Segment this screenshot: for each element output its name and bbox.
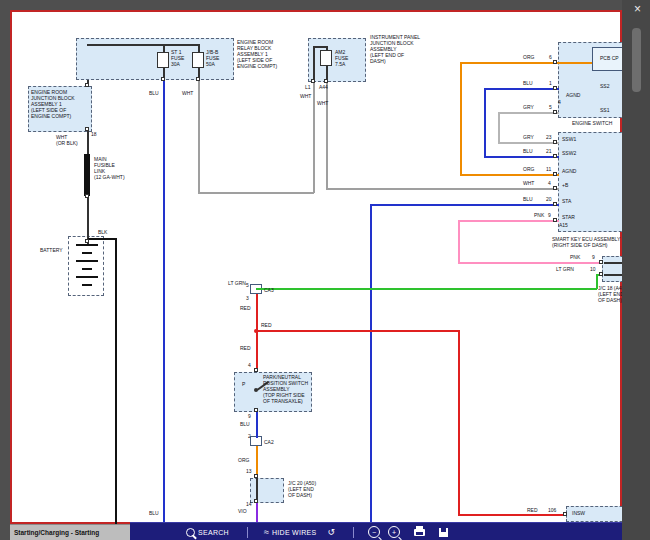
- diagram-label: BLU: [149, 510, 159, 516]
- org-pcbcp-horizontal: [460, 62, 592, 64]
- terminal-pin: [553, 60, 557, 64]
- diagram-label: RED: [240, 345, 251, 351]
- wht-plusb-horizontal: [326, 188, 559, 190]
- tab-starting-charging[interactable]: Starting/Charging - Starting: [10, 524, 130, 540]
- wire-segment: [313, 46, 315, 82]
- diagram-label: STAR: [562, 214, 575, 220]
- diagram-label: 14: [246, 501, 252, 507]
- wires-icon: ≈: [264, 528, 269, 537]
- diagram-label: 21: [546, 148, 552, 154]
- blu-ss2-horizontal: [484, 88, 559, 90]
- battery-plate: [76, 244, 98, 246]
- pnk-vertical: [458, 220, 460, 263]
- jb-output: [87, 130, 89, 154]
- blk-ground-vertical: [115, 238, 117, 524]
- diagram-label: A15: [559, 222, 568, 228]
- terminal-pin: [85, 83, 89, 87]
- diagram-label: ENGINE ROOM RELAY BLOCK ASSEMBLY 1 (LEFT…: [237, 39, 277, 69]
- diagram-label: RED: [240, 305, 251, 311]
- zoom-in-button[interactable]: +: [388, 526, 400, 538]
- link-to-battery: [87, 196, 89, 244]
- diagram-label: 20: [546, 196, 552, 202]
- diagram-label: BLU: [240, 421, 250, 427]
- diagram-label: ORG: [238, 457, 249, 463]
- fuse-symbol: [320, 50, 332, 66]
- diagram-label: BLU: [523, 196, 533, 202]
- diagram-label: MAIN FUSIBLE LINK (12 GA-WHT): [94, 156, 125, 180]
- wire-segment: [313, 46, 327, 48]
- diagram-label: INSTRUMENT PANEL JUNCTION BLOCK ASSEMBLY…: [370, 34, 420, 64]
- zoom-in-icon: +: [392, 529, 396, 536]
- diagram-label: WHT: [182, 90, 193, 96]
- red-right-vertical: [458, 330, 460, 515]
- print-button[interactable]: [414, 529, 425, 536]
- red-ca3-vertical: [256, 294, 258, 372]
- scrollbar-thumb[interactable]: [632, 28, 641, 92]
- diagram-label: INSW: [572, 510, 585, 516]
- terminal-pin: [161, 77, 165, 81]
- gry-ss1-horizontal: [498, 112, 559, 114]
- terminal-pin: [553, 218, 557, 222]
- diagram-label: RED: [261, 322, 272, 328]
- terminal-pin: [85, 127, 89, 131]
- bottom-toolbar: SEARCH ≈ HIDE WIRES ↺ − +: [130, 522, 650, 540]
- wht-horizontal: [198, 192, 314, 194]
- blu-sta-vertical: [370, 204, 372, 522]
- diagram-label: 6: [549, 54, 552, 60]
- wiring-diagram: ENGINE ROOM JUNCTION BLOCK ASSEMBLY 1 (L…: [0, 0, 650, 540]
- relay-block-bus: [87, 44, 199, 46]
- diagram-label: 23: [546, 134, 552, 140]
- diagram-label: WHT: [523, 180, 534, 186]
- diagram-label: 4: [248, 362, 251, 368]
- blu-sta-horizontal: [370, 204, 559, 206]
- diagram-label: BATTERY: [40, 247, 63, 253]
- diagram-label: J/C 20 (A50) (LEFT END OF DASH): [288, 480, 316, 498]
- diagram-label: LT GRN: [556, 266, 574, 272]
- ltgrn-long-horizontal: [256, 288, 597, 290]
- diagram-label: 3: [246, 295, 249, 301]
- blu-pn-vertical: [256, 412, 258, 438]
- gry-vertical: [498, 112, 500, 143]
- pnk-star-horizontal: [458, 220, 559, 222]
- diagram-label: PARK/NEUTRAL POSITION SWITCH ASSEMBLY (T…: [263, 374, 308, 404]
- terminal-pin: [196, 77, 200, 81]
- terminal-pin: [599, 260, 603, 264]
- diagram-label: CA2: [264, 439, 274, 445]
- diagram-label: ENGINE ROOM JUNCTION BLOCK ASSEMBLY 1 (L…: [31, 89, 75, 119]
- diagram-label: 5: [246, 282, 249, 288]
- diagram-label: +B: [562, 182, 568, 188]
- red-mid-horizontal: [256, 330, 459, 332]
- battery-plate: [82, 252, 92, 254]
- diagram-label: WHT: [317, 100, 328, 106]
- org-vertical: [460, 62, 462, 175]
- search-label: SEARCH: [198, 529, 229, 536]
- terminal-pin: [254, 368, 258, 372]
- diagram-label: 10: [590, 266, 596, 272]
- zoom-out-button[interactable]: −: [368, 526, 380, 538]
- diagram-label: 5: [549, 104, 552, 110]
- org-agnd-horizontal: [460, 174, 559, 176]
- close-icon[interactable]: ×: [634, 3, 641, 15]
- diagram-label: ORG: [523, 166, 534, 172]
- diagram-label: 9: [548, 212, 551, 218]
- hide-wires-button[interactable]: ≈ HIDE WIRES ↺: [264, 528, 335, 537]
- diagram-label: A44: [319, 84, 328, 90]
- diagram-label: STA: [562, 198, 571, 204]
- terminal-pin: [553, 154, 557, 158]
- diagram-label: AGND: [566, 92, 580, 98]
- terminal-pin: [324, 79, 328, 83]
- terminal-pin: [553, 186, 557, 190]
- diagram-label: GRY: [523, 134, 534, 140]
- diagram-label: PNK: [534, 212, 544, 218]
- wht-a44-vertical: [326, 82, 328, 189]
- diagram-label: PCB CP: [600, 55, 619, 61]
- wht-l1-vertical: [313, 82, 315, 193]
- blu-right-vertical: [484, 88, 486, 157]
- diagram-label: SS1: [600, 107, 609, 113]
- save-button[interactable]: [439, 528, 448, 537]
- terminal-pin: [553, 202, 557, 206]
- diagram-label: AM2 FUSE 7.5A: [335, 49, 348, 67]
- terminal-pin: [553, 86, 557, 90]
- terminal-pin: [553, 110, 557, 114]
- search-button[interactable]: SEARCH: [186, 528, 229, 537]
